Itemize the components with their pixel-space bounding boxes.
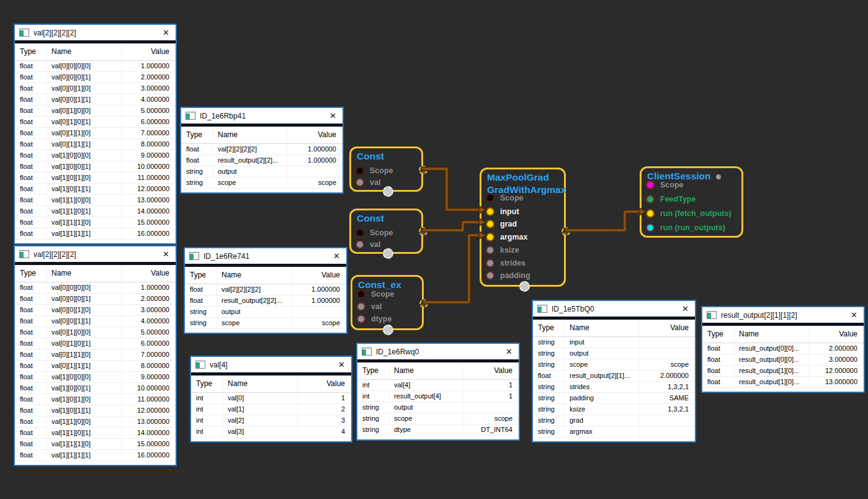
port-pin-icon[interactable] bbox=[486, 233, 494, 241]
close-icon[interactable]: ✕ bbox=[160, 249, 172, 259]
table-row[interactable]: floatval[0][1][1][0]7.000000 bbox=[15, 128, 176, 139]
table-row[interactable]: floatval[1][1][1][1]16.000000 bbox=[15, 450, 176, 461]
node-const-1[interactable]: ConstScopeval bbox=[349, 146, 423, 192]
port-run-run-outputs[interactable]: run (run_outputs) bbox=[646, 223, 725, 232]
table-row[interactable]: intval[4]1 bbox=[357, 380, 519, 391]
port-strides[interactable]: strides bbox=[486, 259, 526, 267]
table-row[interactable]: stringstrides1,3,2,1 bbox=[533, 382, 695, 393]
node-resize-handle-icon[interactable] bbox=[383, 248, 393, 259]
table-row[interactable]: floatval[0][0][1][0]3.000000 bbox=[15, 305, 176, 316]
table-row[interactable]: stringargmax bbox=[533, 426, 695, 438]
node-resize-handle-icon[interactable] bbox=[383, 186, 393, 197]
table-row[interactable]: intval[2]3 bbox=[191, 415, 351, 426]
output-port-icon[interactable] bbox=[419, 166, 427, 174]
table-row[interactable]: floatval[1][0][1][0]11.000000 bbox=[15, 173, 176, 184]
port-pin-icon[interactable] bbox=[486, 246, 494, 254]
table-row[interactable]: floatresult_output[2][2]...1.000000 bbox=[181, 155, 342, 166]
table-row[interactable]: intval[0]1 bbox=[191, 393, 351, 404]
table-row[interactable]: stringoutput bbox=[357, 402, 519, 413]
table-row[interactable]: floatresult_output[1][0]...13.000000 bbox=[702, 377, 864, 388]
port-pin-icon[interactable] bbox=[486, 259, 494, 267]
table-row[interactable]: floatval[1][1][1][0]15.000000 bbox=[15, 439, 176, 450]
port-dtype[interactable]: dtype bbox=[357, 315, 391, 323]
node-max-pool-grad-grad-with-argmax[interactable]: MaxPoolGradGradWithArgmaxScopeinputgrada… bbox=[480, 168, 566, 287]
port-scope[interactable]: Scope bbox=[646, 181, 684, 189]
table-row[interactable]: floatval[0][1][0][0]5.000000 bbox=[15, 327, 176, 338]
table-row[interactable]: floatval[0][1][1][1]8.000000 bbox=[15, 139, 176, 150]
port-feedtype[interactable]: FeedType bbox=[646, 195, 696, 204]
table-row[interactable]: intval[3]4 bbox=[191, 426, 351, 438]
table-row[interactable]: floatval[1][0][1][1]12.000000 bbox=[15, 184, 176, 195]
table-row[interactable]: stringdtypeDT_INT64 bbox=[357, 425, 519, 436]
port-pin-icon[interactable] bbox=[486, 271, 494, 280]
table-row[interactable]: floatval[1][0][1][1]12.000000 bbox=[15, 405, 176, 416]
window-titlebar[interactable]: ID_1e6Rwq0✕ bbox=[357, 344, 519, 359]
port-pin-icon[interactable] bbox=[486, 207, 494, 216]
table-row[interactable]: floatval[0][0][0][0]1.000000 bbox=[15, 282, 176, 294]
table-row[interactable]: intval[1]2 bbox=[191, 404, 351, 415]
table-row[interactable]: floatval[0][0][0][1]2.000000 bbox=[15, 294, 176, 305]
output-port-icon[interactable] bbox=[562, 227, 570, 236]
close-icon[interactable]: ✕ bbox=[503, 346, 515, 357]
port-scope[interactable]: Scope bbox=[356, 228, 393, 237]
table-row[interactable]: floatval[1][0][0][0]9.000000 bbox=[15, 150, 176, 161]
port-pin-icon[interactable] bbox=[646, 209, 655, 218]
port-input[interactable]: input bbox=[486, 207, 519, 216]
window-titlebar[interactable]: val[4]✕ bbox=[191, 357, 351, 372]
port-pin-icon[interactable] bbox=[356, 228, 364, 237]
table-row[interactable]: intresult_output[4]1 bbox=[357, 391, 519, 402]
window-titlebar[interactable]: ID_1e5TbQ0✕ bbox=[533, 301, 695, 317]
table-row[interactable]: stringscopescope bbox=[181, 178, 342, 189]
port-pin-icon[interactable] bbox=[356, 240, 364, 249]
close-icon[interactable]: ✕ bbox=[327, 110, 339, 121]
port-argmax[interactable]: argmax bbox=[486, 233, 527, 241]
port-pin-icon[interactable] bbox=[646, 195, 655, 204]
close-icon[interactable]: ✕ bbox=[336, 359, 347, 370]
window-titlebar[interactable]: ID_1e6Rbp41✕ bbox=[181, 108, 342, 124]
table-row[interactable]: stringscopescope bbox=[357, 413, 519, 425]
table-row[interactable]: floatval[1][0][1][0]11.000000 bbox=[15, 394, 176, 405]
table-row[interactable]: floatval[0][1][0][1]6.000000 bbox=[15, 117, 176, 128]
port-pin-icon[interactable] bbox=[357, 290, 365, 299]
port-run-fetch-outputs[interactable]: run (fetch_outputs) bbox=[646, 209, 732, 218]
port-pin-icon[interactable] bbox=[356, 166, 364, 175]
table-row[interactable]: floatval[1][0][0][1]10.000000 bbox=[15, 161, 176, 173]
table-row[interactable]: floatresult_output[2][2]...1.000000 bbox=[185, 295, 346, 307]
table-row[interactable]: stringpaddingSAME bbox=[533, 393, 695, 404]
output-port-icon[interactable] bbox=[419, 227, 427, 236]
port-grad[interactable]: grad bbox=[486, 220, 517, 228]
table-row[interactable]: floatval[1][1][0][1]14.000000 bbox=[15, 206, 176, 217]
port-padding[interactable]: padding bbox=[486, 271, 530, 280]
table-row[interactable]: stringoutput bbox=[185, 307, 346, 318]
window-titlebar[interactable]: result_output[2][1][1][2]✕ bbox=[702, 307, 864, 323]
port-scope[interactable]: Scope bbox=[357, 290, 395, 299]
close-icon[interactable]: ✕ bbox=[679, 303, 691, 314]
table-row[interactable]: floatval[1][0][0][0]9.000000 bbox=[15, 372, 176, 383]
close-icon[interactable]: ✕ bbox=[160, 27, 172, 38]
table-row[interactable]: floatval[0][0][1][1]4.000000 bbox=[15, 316, 176, 327]
table-row[interactable]: floatval[1][1][1][0]15.000000 bbox=[15, 217, 176, 228]
port-val[interactable]: val bbox=[357, 302, 382, 311]
port-pin-icon[interactable] bbox=[356, 178, 364, 187]
table-row[interactable]: floatval[1][1][1][1]16.000000 bbox=[15, 228, 176, 240]
table-row[interactable]: floatresult_output[0][0]...2.000000 bbox=[702, 343, 864, 354]
window-titlebar[interactable]: val[2][2][2][2]✕ bbox=[15, 25, 176, 40]
table-row[interactable]: floatval[2][2][2][2]1.000000 bbox=[181, 144, 342, 155]
table-row[interactable]: floatval[2][2][2][2]1.000000 bbox=[185, 284, 346, 295]
table-row[interactable]: stringgrad bbox=[533, 415, 695, 426]
table-row[interactable]: stringoutput bbox=[181, 166, 342, 178]
table-row[interactable]: floatval[1][1][0][0]13.000000 bbox=[15, 416, 176, 428]
table-row[interactable]: floatresult_output[1][0]...12.000000 bbox=[702, 366, 864, 377]
table-row[interactable]: floatval[0][0][1][1]4.000000 bbox=[15, 94, 176, 106]
table-row[interactable]: floatval[0][1][0][1]6.000000 bbox=[15, 338, 176, 349]
node-resize-handle-icon[interactable] bbox=[519, 281, 530, 292]
table-row[interactable]: floatresult_output[2][1]...2.000000 bbox=[533, 371, 695, 382]
table-row[interactable]: floatval[0][1][1][0]7.000000 bbox=[15, 349, 176, 361]
node-resize-handle-icon[interactable] bbox=[383, 325, 393, 335]
table-row[interactable]: floatval[1][0][0][1]10.000000 bbox=[15, 383, 176, 394]
port-scope[interactable]: Scope bbox=[356, 166, 393, 175]
table-row[interactable]: floatval[0][1][0][0]5.000000 bbox=[15, 106, 176, 117]
port-pin-icon[interactable] bbox=[646, 181, 655, 189]
port-pin-icon[interactable] bbox=[357, 315, 365, 323]
node-client-session[interactable]: ClientSessionScopeFeedTyperun (fetch_out… bbox=[640, 166, 743, 238]
